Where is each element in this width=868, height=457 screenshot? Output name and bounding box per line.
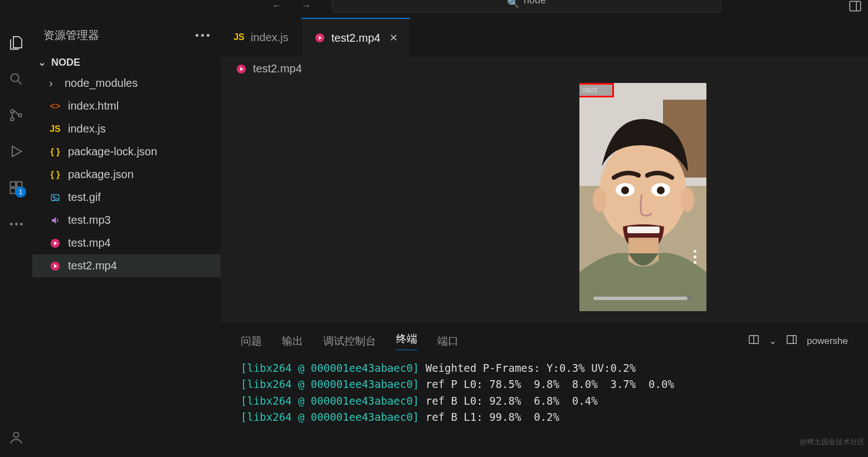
run-debug-icon[interactable] <box>8 143 25 160</box>
explorer-header: 资源管理器 <box>32 18 221 53</box>
file-label: test.gif <box>68 191 101 204</box>
svg-rect-5 <box>11 182 16 187</box>
shell-name[interactable]: powershe <box>807 336 848 347</box>
play-icon <box>49 260 61 272</box>
svg-point-2 <box>11 110 14 113</box>
tab-label: test2.mp4 <box>331 32 381 45</box>
chevron-right-icon: › <box>49 77 58 90</box>
chevron-down-icon: ⌄ <box>38 56 47 68</box>
search-icon: 🔍 <box>507 0 519 9</box>
editor-tabs: JSindex.jstest2.mp4✕ <box>221 18 868 57</box>
panel-tab[interactable]: 调试控制台 <box>323 334 376 348</box>
js-icon: JS <box>233 31 245 43</box>
video-seek-bar[interactable] <box>593 297 693 300</box>
nav-arrows: ← → <box>272 0 311 12</box>
activity-bar: 1 <box>0 18 32 457</box>
root-folder-label: NODE <box>51 57 80 68</box>
file-label: test.mp4 <box>68 237 111 249</box>
nav-forward-icon[interactable]: → <box>301 0 311 12</box>
explorer-more-icon[interactable] <box>196 34 209 37</box>
file-row[interactable]: { }package-lock.json <box>32 140 221 163</box>
root-folder[interactable]: ⌄ NODE <box>32 53 221 72</box>
explorer-icon[interactable] <box>8 35 25 51</box>
audio-icon <box>49 214 61 227</box>
svg-point-3 <box>11 117 14 121</box>
video-watermark: XMZS <box>579 83 614 97</box>
search-text: node <box>524 0 546 6</box>
split-terminal-icon[interactable] <box>748 333 760 348</box>
video-more-icon[interactable] <box>694 250 696 264</box>
file-row[interactable]: test.mp4 <box>32 232 221 254</box>
panel-tab[interactable]: 端口 <box>437 334 459 348</box>
file-row[interactable]: <>index.html <box>32 95 221 117</box>
svg-point-26 <box>681 188 694 212</box>
svg-point-11 <box>53 196 55 198</box>
close-icon[interactable]: ✕ <box>389 32 398 44</box>
file-row[interactable]: { }package.json <box>32 163 221 186</box>
file-label: test.mp3 <box>68 214 111 227</box>
panel-tools: ⌄ powershe <box>748 333 848 348</box>
source-control-icon[interactable] <box>8 107 25 124</box>
breadcrumb-label: test2.mp4 <box>253 62 302 75</box>
title-bar: ← → 🔍 node <box>0 0 868 18</box>
image-icon <box>49 191 61 204</box>
terminal-output[interactable]: [libx264 @ 000001ee43abaec0] Weighted P-… <box>221 355 868 457</box>
file-row[interactable]: test2.mp4 <box>32 254 221 277</box>
svg-rect-0 <box>850 1 861 11</box>
video-preview-area: XMZS <box>221 81 868 323</box>
svg-point-1 <box>11 74 19 82</box>
svg-point-23 <box>657 186 665 194</box>
svg-rect-29 <box>787 336 797 344</box>
editor-tab[interactable]: JSindex.js <box>221 18 301 57</box>
search-activity-icon[interactable] <box>8 71 25 87</box>
more-activity-icon[interactable] <box>8 215 25 232</box>
play-icon <box>235 63 247 75</box>
panel-tab[interactable]: 输出 <box>282 334 303 348</box>
html-icon: <> <box>49 100 61 112</box>
editor-tab[interactable]: test2.mp4✕ <box>301 18 411 57</box>
nav-back-icon[interactable]: ← <box>272 0 282 12</box>
play-icon <box>49 237 61 249</box>
svg-point-9 <box>13 433 18 438</box>
command-center[interactable]: 🔍 node <box>331 0 721 13</box>
file-label: package.json <box>68 168 134 181</box>
svg-point-25 <box>593 188 606 212</box>
panel-tab[interactable]: 问题 <box>241 334 262 348</box>
video-thumbnail <box>579 83 706 311</box>
play-icon <box>314 32 326 44</box>
video-progress <box>593 297 687 300</box>
svg-point-22 <box>621 186 629 194</box>
svg-rect-24 <box>627 227 660 233</box>
file-label: index.html <box>68 100 119 112</box>
file-label: index.js <box>68 122 106 135</box>
json-icon: { } <box>49 169 61 181</box>
file-tree: ›node_modules<>index.htmlJSindex.js{ }pa… <box>32 72 221 277</box>
chevron-down-icon[interactable]: ⌄ <box>769 335 777 347</box>
layout-control-icon[interactable] <box>848 0 862 15</box>
panel-layout-icon[interactable] <box>786 333 798 348</box>
explorer-sidebar: 资源管理器 ⌄ NODE ›node_modules<>index.htmlJS… <box>32 18 221 457</box>
video-frame[interactable]: XMZS <box>579 83 706 311</box>
file-row[interactable]: JSindex.js <box>32 117 221 140</box>
file-label: package-lock.json <box>68 145 157 158</box>
panel-tab[interactable]: 终端 <box>396 332 417 350</box>
breadcrumb[interactable]: test2.mp4 <box>221 57 868 81</box>
file-label: test2.mp4 <box>68 259 117 272</box>
panel-tabs: 问题输出调试控制台终端端口 ⌄ powershe <box>221 324 868 355</box>
file-row[interactable]: test.gif <box>32 186 221 209</box>
bottom-panel: 问题输出调试控制台终端端口 ⌄ powershe [libx264 @ 0000… <box>221 323 868 457</box>
file-row[interactable]: test.mp3 <box>32 209 221 232</box>
js-icon: JS <box>49 123 61 135</box>
explorer-title: 资源管理器 <box>43 28 99 43</box>
extensions-badge: 1 <box>15 186 26 198</box>
editor-area: JSindex.jstest2.mp4✕ test2.mp4 <box>221 18 868 457</box>
json-icon: { } <box>49 146 61 158</box>
folder-row[interactable]: ›node_modules <box>32 72 221 95</box>
account-icon[interactable] <box>8 429 25 446</box>
file-label: node_modules <box>65 77 138 90</box>
svg-point-4 <box>18 114 22 117</box>
extensions-icon[interactable]: 1 <box>8 179 25 196</box>
page-watermark: @稀土掘金技术社区 <box>799 437 865 447</box>
tab-label: index.js <box>251 31 289 44</box>
